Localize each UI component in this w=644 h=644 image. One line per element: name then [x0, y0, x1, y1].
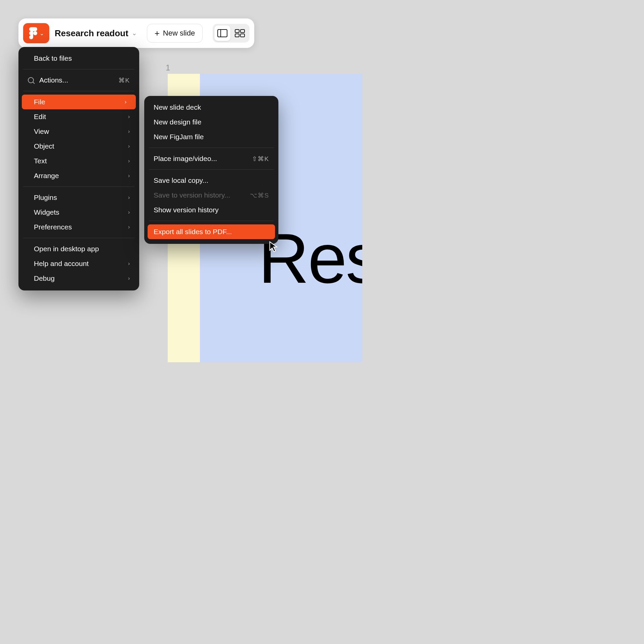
svg-rect-4 — [240, 30, 245, 33]
menu-help[interactable]: Help and account› — [18, 256, 139, 271]
figma-logo-icon — [29, 27, 38, 40]
submenu-new-design-file[interactable]: New design file — [144, 115, 278, 129]
main-menu: Back to files Actions... ⌘K File› Edit› … — [18, 47, 139, 290]
submenu-save-local[interactable]: Save local copy... — [144, 173, 278, 188]
menu-text[interactable]: Text› — [18, 154, 139, 168]
slide-number: 1 — [166, 63, 170, 72]
menu-plugins[interactable]: Plugins› — [18, 190, 139, 205]
menu-object[interactable]: Object› — [18, 139, 139, 154]
chevron-right-icon: › — [128, 114, 130, 120]
file-submenu: New slide deck New design file New FigJa… — [144, 96, 278, 244]
chevron-right-icon: › — [125, 99, 126, 105]
submenu-new-figjam-file[interactable]: New FigJam file — [144, 129, 278, 144]
menu-edit[interactable]: Edit› — [18, 109, 139, 124]
menu-separator — [149, 221, 274, 221]
menu-file[interactable]: File› — [22, 95, 136, 109]
menu-separator — [23, 69, 135, 69]
chevron-right-icon: › — [128, 128, 130, 135]
menu-view[interactable]: View› — [18, 124, 139, 139]
submenu-show-version-history[interactable]: Show version history — [144, 203, 278, 217]
submenu-place-image[interactable]: Place image/video...⇧⌘K — [144, 151, 278, 166]
menu-arrange[interactable]: Arrange› — [18, 168, 139, 183]
plus-icon: + — [155, 28, 160, 39]
chevron-right-icon: › — [128, 173, 130, 179]
submenu-export-pdf[interactable]: Export all slides to PDF... — [148, 224, 275, 239]
svg-rect-6 — [240, 34, 245, 37]
mouse-cursor-icon — [268, 241, 280, 252]
menu-separator — [149, 148, 274, 148]
submenu-save-version-history: Save to version history...⌥⌘S — [144, 188, 278, 203]
menu-open-desktop[interactable]: Open in desktop app — [18, 241, 139, 256]
chevron-right-icon: › — [128, 261, 130, 267]
chevron-right-icon: › — [128, 143, 130, 149]
single-view-icon — [217, 29, 227, 37]
svg-point-0 — [33, 31, 37, 35]
menu-widgets[interactable]: Widgets› — [18, 205, 139, 220]
chevron-right-icon: › — [128, 275, 130, 281]
grid-view-icon — [235, 29, 245, 37]
file-name-dropdown[interactable]: Research readout ⌄ — [53, 28, 139, 39]
menu-separator — [149, 169, 274, 170]
menu-debug[interactable]: Debug› — [18, 271, 139, 286]
menu-preferences[interactable]: Preferences› — [18, 220, 139, 234]
view-mode-toggle — [213, 24, 250, 43]
shortcut-label: ⌘K — [118, 76, 130, 84]
search-icon — [28, 77, 34, 83]
submenu-new-slide-deck[interactable]: New slide deck — [144, 100, 278, 115]
top-toolbar: ⌄ Research readout ⌄ + New slide — [18, 18, 254, 48]
menu-back-to-files[interactable]: Back to files — [18, 51, 139, 66]
chevron-down-icon: ⌄ — [40, 30, 44, 37]
chevron-right-icon: › — [128, 195, 130, 201]
menu-separator — [23, 186, 135, 187]
menu-separator — [23, 91, 135, 91]
chevron-right-icon: › — [128, 224, 130, 230]
chevron-right-icon: › — [128, 158, 130, 164]
menu-actions[interactable]: Actions... ⌘K — [18, 73, 139, 88]
new-slide-button[interactable]: + New slide — [147, 24, 203, 43]
chevron-down-icon: ⌄ — [132, 30, 137, 37]
svg-rect-3 — [235, 30, 239, 33]
figma-menu-button[interactable]: ⌄ — [23, 23, 49, 43]
chevron-right-icon: › — [128, 209, 130, 215]
shortcut-label: ⌥⌘S — [250, 192, 269, 199]
svg-rect-1 — [218, 30, 227, 37]
file-name-label: Research readout — [55, 28, 128, 39]
new-slide-label: New slide — [163, 29, 195, 38]
menu-separator — [23, 238, 135, 238]
shortcut-label: ⇧⌘K — [252, 155, 269, 163]
grid-view-button[interactable] — [232, 25, 248, 41]
svg-rect-5 — [235, 34, 239, 37]
single-slide-view-button[interactable] — [214, 25, 230, 41]
